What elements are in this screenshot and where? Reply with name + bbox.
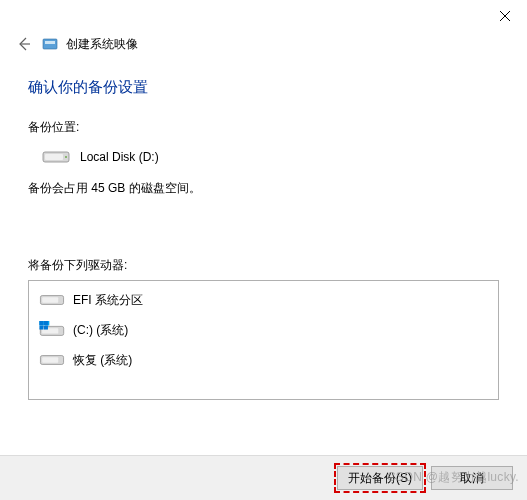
harddisk-icon: [39, 291, 65, 309]
page-heading: 确认你的备份设置: [28, 78, 499, 97]
windows-disk-icon: [39, 321, 65, 339]
drive-row: EFI 系统分区: [35, 285, 492, 315]
close-icon: [500, 11, 510, 21]
drive-label: EFI 系统分区: [73, 292, 143, 309]
drives-list: EFI 系统分区 (C:) (系统): [28, 280, 499, 400]
close-button[interactable]: [482, 1, 527, 31]
app-icon: [42, 36, 58, 52]
svg-rect-9: [42, 297, 58, 302]
svg-rect-16: [44, 321, 48, 325]
svg-rect-15: [39, 321, 43, 325]
svg-rect-18: [44, 326, 48, 330]
arrow-left-icon: [16, 36, 32, 52]
space-requirement-text: 备份会占用 45 GB 的磁盘空间。: [28, 180, 499, 197]
drive-label: 恢复 (系统): [73, 352, 132, 369]
drive-row: 恢复 (系统): [35, 345, 492, 375]
drive-label: (C:) (系统): [73, 322, 128, 339]
svg-rect-17: [39, 326, 43, 330]
backup-location-label: 备份位置:: [28, 119, 499, 136]
backup-location-row: Local Disk (D:): [28, 148, 499, 166]
cancel-button[interactable]: 取消: [431, 466, 513, 490]
window-title: 创建系统映像: [66, 36, 138, 53]
back-button[interactable]: [14, 34, 34, 54]
harddisk-icon: [39, 351, 65, 369]
drives-list-label: 将备份下列驱动器:: [28, 257, 499, 274]
harddisk-icon: [42, 148, 70, 166]
svg-rect-4: [45, 41, 55, 44]
svg-rect-6: [45, 154, 63, 160]
drive-row: (C:) (系统): [35, 315, 492, 345]
backup-location-value: Local Disk (D:): [80, 150, 159, 164]
svg-rect-20: [42, 357, 58, 362]
start-backup-button[interactable]: 开始备份(S): [337, 466, 423, 490]
svg-point-7: [65, 156, 67, 158]
